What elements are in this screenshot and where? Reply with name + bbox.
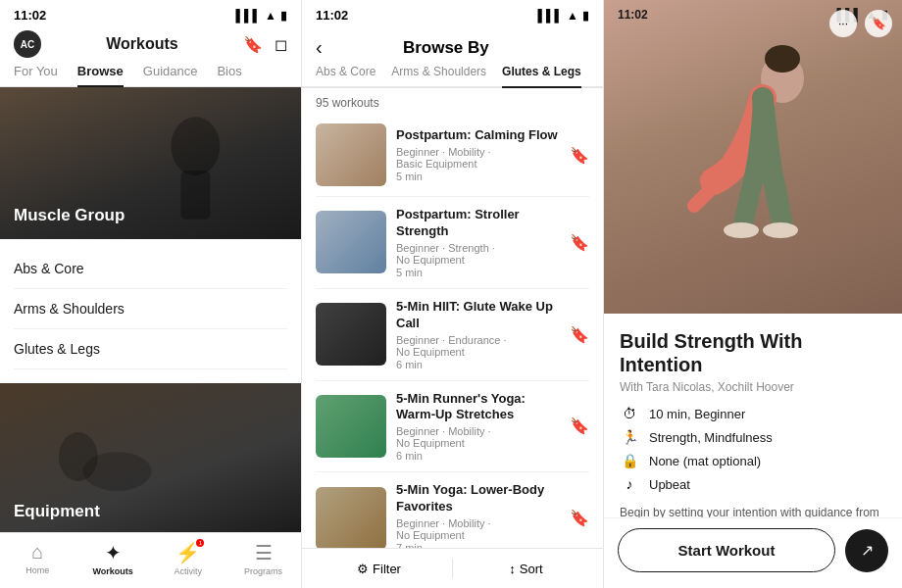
equipment-icon: 🔒 <box>620 453 639 468</box>
workout-info-4: 5-Min Yoga: Lower-Body Favorites Beginne… <box>396 482 560 548</box>
workout-list: Postpartum: Calming Flow Beginner · Mobi… <box>302 114 603 548</box>
bookmark-icon-0[interactable]: 🔖 <box>570 146 589 165</box>
workout-item-2[interactable]: 5-Min HIIT: Glute Wake Up Call Beginner … <box>316 289 589 381</box>
workouts-icon: ✦ <box>105 541 122 564</box>
bookmark-icon-4[interactable]: 🔖 <box>570 509 589 527</box>
bottom-nav-workouts[interactable]: ✦ Workouts <box>88 541 137 576</box>
sort-button[interactable]: ↕ Sort <box>463 562 589 576</box>
back-button[interactable]: ‹ <box>316 36 323 59</box>
tab-glutes-legs[interactable]: Glutes & Legs <box>502 65 581 88</box>
bookmark-detail-button[interactable]: 🔖 <box>865 10 892 37</box>
hero-label-muscle-group: Muscle Group <box>14 206 125 225</box>
category-abs-core[interactable]: Abs & Core <box>14 249 287 289</box>
nav-icons-group: 🔖 ◻ <box>243 35 287 54</box>
workout-info-2: 5-Min HIIT: Glute Wake Up Call Beginner … <box>396 299 560 370</box>
p3-hero-image: 11:02 ▌▌▌ ▲ ▮ ··· 🔖 <box>604 0 902 314</box>
p2-bottom-bar: ⚙ Filter ↕ Sort <box>302 548 603 588</box>
workout-item-4[interactable]: 5-Min Yoga: Lower-Body Favorites Beginne… <box>316 472 589 548</box>
bookmark-icon-3[interactable]: 🔖 <box>570 416 589 435</box>
detail-duration: 10 min, Beginner <box>649 407 745 421</box>
workout-name-1: Postpartum: Stroller Strength <box>396 207 560 240</box>
workout-detail-title: Build Strength With Intention <box>620 329 886 376</box>
tab-arms-shoulders[interactable]: Arms & Shoulders <box>391 65 486 86</box>
bottom-nav-1: ⌂ Home ✦ Workouts ⚡ 1 Activity ☰ Program… <box>0 532 301 588</box>
p2-tabs: Abs & Core Arms & Shoulders Glutes & Leg… <box>302 65 603 88</box>
svg-point-6 <box>765 45 800 73</box>
p2-header: ‹ Browse By <box>302 26 603 65</box>
hero-label-equipment: Equipment <box>14 502 100 521</box>
thumb-img-2 <box>316 303 386 366</box>
svg-point-4 <box>59 432 98 481</box>
bookmark-icon[interactable]: 🔖 <box>243 35 263 54</box>
filter-button[interactable]: ⚙ Filter <box>316 562 442 576</box>
nav-header-1: AC Workouts 🔖 ◻ <box>0 26 301 64</box>
workout-meta-2: Beginner · Endurance ·No Equipment <box>396 334 560 358</box>
workout-item-0[interactable]: Postpartum: Calming Flow Beginner · Mobi… <box>316 114 589 197</box>
muscle-group-hero[interactable]: Muscle Group <box>0 87 301 239</box>
panel-browse: 11:02 ▌▌▌ ▲ ▮ AC Workouts 🔖 ◻ For You Br… <box>0 0 302 588</box>
more-options-button[interactable]: ··· <box>829 10 857 37</box>
tab-guidance[interactable]: Guidance <box>143 64 198 86</box>
status-time-3: 11:02 <box>618 8 648 22</box>
wifi-icon: ▲ <box>265 9 276 23</box>
share-arrow-icon: ↗ <box>861 541 874 560</box>
workout-name-3: 5-Min Runner's Yoga: Warm-Up Stretches <box>396 391 560 424</box>
workout-item-1[interactable]: Postpartum: Stroller Strength Beginner ·… <box>316 197 589 289</box>
share-icon[interactable]: ◻ <box>275 35 287 54</box>
wifi-icon-2: ▲ <box>567 9 578 23</box>
workout-meta-4: Beginner · Mobility ·No Equipment <box>396 517 560 541</box>
workout-trainer: With Tara Nicolas, Xochilt Hoover <box>620 380 886 394</box>
exercise-type-icon: 🏃 <box>620 429 639 445</box>
panel-workout-list: 11:02 ▌▌▌ ▲ ▮ ‹ Browse By Abs & Core Arm… <box>302 0 604 588</box>
programs-icon: ☰ <box>255 541 273 564</box>
page-title-1: Workouts <box>106 35 177 53</box>
tab-for-you[interactable]: For You <box>14 64 58 86</box>
status-bar-1: 11:02 ▌▌▌ ▲ ▮ <box>0 0 301 26</box>
bookmark-icon-1[interactable]: 🔖 <box>570 233 589 252</box>
p3-bottom-cta: Start Workout ↗ <box>604 517 902 588</box>
workout-name-2: 5-Min HIIT: Glute Wake Up Call <box>396 299 560 332</box>
tab-bar-1: For You Browse Guidance Bios <box>0 64 301 87</box>
workout-meta-1: Beginner · Strength ·No Equipment <box>396 242 560 266</box>
svg-rect-2 <box>180 171 210 220</box>
share-button[interactable]: ↗ <box>845 529 888 572</box>
category-list: Abs & Core Arms & Shoulders Glutes & Leg… <box>0 239 301 379</box>
thumb-img-1 <box>316 211 386 273</box>
status-time-1: 11:02 <box>14 8 46 23</box>
tab-bios[interactable]: Bios <box>217 64 241 86</box>
workout-info-1: Postpartum: Stroller Strength Beginner ·… <box>396 207 560 278</box>
bottom-nav-home[interactable]: ⌂ Home <box>13 541 62 576</box>
status-time-2: 11:02 <box>316 8 348 23</box>
equipment-hero[interactable]: Equipment <box>0 383 301 532</box>
workout-thumb-1 <box>316 211 386 273</box>
signal-icon: ▌▌▌ <box>236 9 262 23</box>
workout-meta-0: Beginner · Mobility ·Basic Equipment <box>396 146 560 170</box>
bottom-nav-activity[interactable]: ⚡ 1 Activity <box>164 541 213 576</box>
workout-item-3[interactable]: 5-Min Runner's Yoga: Warm-Up Stretches B… <box>316 381 589 473</box>
athlete-figure <box>655 20 851 314</box>
bottom-nav-programs[interactable]: ☰ Programs <box>239 541 288 576</box>
workout-time-0: 5 min <box>396 171 560 182</box>
filter-label: Filter <box>373 562 401 576</box>
bookmark-icon-2[interactable]: 🔖 <box>570 325 589 344</box>
tab-abs-core[interactable]: Abs & Core <box>316 65 376 86</box>
activity-badge: 1 <box>196 539 204 547</box>
thumb-img-0 <box>316 123 386 186</box>
music-icon: ♪ <box>620 476 639 492</box>
category-glutes-legs[interactable]: Glutes & Legs <box>14 329 287 369</box>
thumb-img-3 <box>316 395 386 458</box>
svg-point-7 <box>763 222 798 238</box>
workout-info-0: Postpartum: Calming Flow Beginner · Mobi… <box>396 127 560 182</box>
programs-label: Programs <box>244 566 282 576</box>
tab-browse[interactable]: Browse <box>77 64 124 86</box>
start-workout-button[interactable]: Start Workout <box>618 528 835 572</box>
workout-details-list: ⏱ 10 min, Beginner 🏃 Strength, Mindfulne… <box>620 406 886 492</box>
status-icons-1: ▌▌▌ ▲ ▮ <box>236 9 287 23</box>
filter-sort-divider <box>452 559 453 578</box>
avatar[interactable]: AC <box>14 30 41 58</box>
battery-icon: ▮ <box>280 9 287 23</box>
detail-row-type: 🏃 Strength, Mindfulness <box>620 429 886 445</box>
workout-time-2: 6 min <box>396 359 560 370</box>
category-arms-shoulders[interactable]: Arms & Shoulders <box>14 289 287 329</box>
browse-by-title: Browse By <box>403 38 489 58</box>
